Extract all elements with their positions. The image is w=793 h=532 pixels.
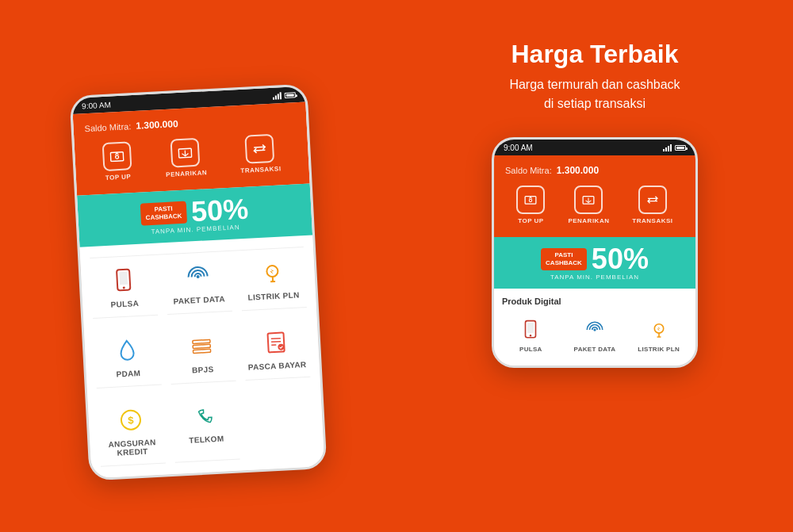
phone-header-right: Saldo Mitra: 1.300.000 TOP UP	[494, 155, 695, 237]
cashback-percent-left: 50%	[190, 194, 249, 226]
paketdata-label-right: PAKET DATA	[574, 346, 616, 353]
status-time-left: 9:00 AM	[82, 99, 111, 109]
action-penarikan-right[interactable]: PENARIKAN	[568, 186, 609, 224]
action-topup-left[interactable]: TOP UP	[102, 141, 133, 182]
angsuran-icon-left: $	[114, 403, 147, 436]
pulsa-icon-left	[107, 263, 140, 297]
paketdata-icon-left	[182, 259, 215, 293]
paketdata-label-left: PAKET DATA	[173, 294, 225, 305]
product-bpjs-left[interactable]: BPJS	[168, 320, 236, 384]
svg-point-23	[530, 335, 531, 336]
action-transaksi-left[interactable]: TRANSAKSI	[239, 133, 282, 174]
status-icons-right	[663, 144, 686, 151]
listrik-label-left: LISTRIK PLN	[247, 290, 299, 301]
product-pulsa-right[interactable]: PULSA	[502, 312, 560, 358]
topup-icon-right	[516, 186, 545, 214]
listrik-label-right: LISTRIK PLN	[638, 346, 680, 353]
right-text-block: Harga Terbaik Harga termurah dan cashbac…	[509, 40, 680, 113]
product-pulsa-left[interactable]: PULSA	[90, 255, 158, 318]
pdam-label-left: PDAM	[116, 368, 140, 378]
action-row-right: TOP UP PENARIKAN	[505, 186, 684, 228]
status-bar-right: 9:00 AM	[494, 140, 695, 155]
svg-line-12	[271, 338, 281, 339]
penarikan-icon-right	[574, 186, 603, 214]
saldo-row-left: Saldo Mitra: 1.300.000	[84, 112, 295, 134]
saldo-label-right: Saldo Mitra:	[505, 166, 552, 175]
telkom-icon-left	[189, 399, 222, 432]
svg-point-19	[530, 199, 532, 201]
bpjs-icon-left	[185, 329, 218, 362]
topup-label-right: TOP UP	[518, 217, 544, 224]
product-paketdata-right[interactable]: PAKET DATA	[566, 312, 624, 358]
svg-rect-9	[193, 344, 210, 348]
product-telkom-left[interactable]: TELKOM	[171, 390, 239, 462]
right-panel: Harga Terbaik Harga termurah dan cashbac…	[396, 0, 793, 532]
svg-text:$: $	[128, 414, 135, 426]
product-angsuran-left[interactable]: $ ANGSURAN KREDIT	[97, 394, 165, 466]
svg-point-24	[593, 328, 596, 331]
right-phone-mockup: 9:00 AM Saldo Mitra: 1.300.000	[492, 137, 698, 368]
main-subtitle: Harga termurah dan cashbackdi setiap tra…	[509, 75, 680, 113]
status-icons-left	[273, 90, 296, 100]
penarikan-icon-left	[170, 137, 201, 167]
bpjs-label-left: BPJS	[192, 365, 214, 374]
action-penarikan-left[interactable]: PENARIKAN	[164, 137, 208, 178]
saldo-amount-right: 1.300.000	[557, 165, 599, 176]
action-topup-right[interactable]: TOP UP	[516, 186, 545, 224]
status-time-right: 9:00 AM	[504, 144, 533, 152]
cashback-main-row-right: PASTI CASHBACK 50%	[541, 245, 649, 274]
main-title: Harga Terbaik	[509, 40, 680, 69]
product-section-right: Produk Digital PULSA	[494, 289, 695, 366]
product-pascabayar-left[interactable]: PASCA BAYAR	[243, 316, 311, 380]
svg-point-5	[123, 286, 125, 289]
product-grid-left: PULSA PAKET DATA	[90, 246, 314, 466]
svg-point-6	[197, 274, 200, 277]
tanpa-min-right: TANPA MIN. PEMBELIAN	[550, 274, 639, 281]
product-listrik-left[interactable]: LISTRIK PLN	[239, 247, 307, 310]
listrik-icon-left	[255, 256, 289, 289]
svg-point-1	[116, 155, 119, 159]
saldo-row-right: Saldo Mitra: 1.300.000	[505, 165, 684, 176]
right-phone-wrapper: 9:00 AM Saldo Mitra: 1.300.000	[396, 137, 793, 368]
cashback-badge-left: PASTI CASHBACK	[140, 201, 187, 226]
product-paketdata-left[interactable]: PAKET DATA	[164, 251, 232, 314]
pascabayar-label-left: PASCA BAYAR	[248, 360, 307, 372]
product-pdam-left[interactable]: PDAM	[94, 324, 162, 388]
transaksi-label-right: TRANSAKSI	[632, 217, 672, 224]
product-grid-right: PULSA PAKET DATA	[502, 312, 688, 358]
pascabayar-icon-left	[259, 325, 293, 358]
signal-icon-right	[663, 144, 672, 151]
pulsa-label-right: PULSA	[519, 346, 542, 353]
cashback-banner-right: PASTI CASHBACK 50% TANPA MIN. PEMBELIAN	[494, 237, 695, 289]
cashback-badge-right: PASTI CASHBACK	[541, 248, 587, 271]
product-listrik-right[interactable]: LISTRIK PLN	[630, 312, 688, 358]
svg-rect-22	[527, 323, 534, 333]
angsuran-label-left: ANGSURAN KREDIT	[102, 437, 162, 457]
action-transaksi-right[interactable]: TRANSAKSI	[632, 186, 672, 224]
saldo-label-left: Saldo Mitra:	[84, 121, 131, 133]
svg-rect-10	[193, 349, 210, 353]
pdam-icon-left	[110, 333, 144, 366]
pulsa-label-left: PULSA	[110, 298, 139, 308]
battery-icon	[285, 91, 296, 98]
paketdata-icon-right	[582, 317, 607, 343]
product-section-left: PULSA PAKET DATA	[79, 235, 324, 478]
produk-title-right: Produk Digital	[502, 297, 688, 306]
listrik-icon-right	[646, 317, 672, 343]
svg-rect-8	[193, 339, 210, 343]
signal-icon	[273, 91, 282, 100]
saldo-amount-left: 1.300.000	[136, 118, 178, 132]
transaksi-label-left: TRANSAKSI	[240, 165, 282, 174]
transaksi-icon-right	[638, 186, 667, 214]
left-phone-mockup: 9:00 AM Saldo Mitra: 1.300.000	[69, 83, 327, 480]
topup-label-left: TOP UP	[105, 173, 132, 182]
penarikan-label-right: PENARIKAN	[568, 217, 609, 224]
pulsa-icon-right	[518, 317, 543, 343]
transaksi-icon-left	[245, 133, 275, 163]
battery-icon-right	[675, 145, 686, 151]
telkom-label-left: TELKOM	[189, 434, 224, 444]
svg-line-13	[271, 341, 281, 342]
phone-header-left: Saldo Mitra: 1.300.000 TOP UP	[73, 101, 310, 195]
topup-icon-left	[102, 141, 132, 171]
cashback-percent-right: 50%	[592, 245, 649, 274]
